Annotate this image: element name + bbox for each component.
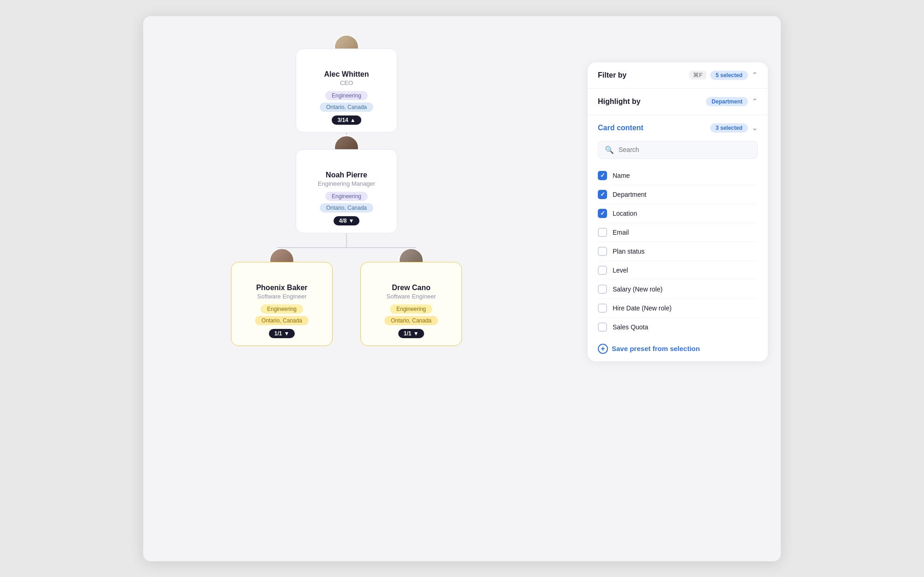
save-preset-button[interactable]: + Save preset from selection — [598, 344, 700, 354]
manager-tags: Engineering Ontario, Canada — [320, 192, 373, 213]
checkbox-name[interactable] — [598, 171, 607, 180]
phoenix-name: Phoenix Baker — [256, 284, 307, 292]
checkbox-item: Plan status — [598, 242, 758, 261]
highlight-by-meta: Department ⌃ — [706, 97, 758, 106]
checkbox-level[interactable] — [598, 266, 607, 275]
children-row: Phoenix Baker Software Engineer Engineer… — [231, 248, 462, 346]
checkbox-department[interactable] — [598, 190, 607, 199]
save-preset-label: Save preset from selection — [612, 345, 700, 352]
org-chart-area: Alec Whitten CEO Engineering Ontario, Ca… — [143, 16, 550, 561]
filter-by-row: Filter by ⌘F 5 selected ⌃ — [598, 71, 758, 80]
checkbox-item: Sales Quota — [598, 318, 758, 336]
checkbox-location[interactable] — [598, 209, 607, 218]
drew-card[interactable]: Drew Cano Software Engineer Engineering … — [360, 262, 462, 346]
org-tree: Alec Whitten CEO Engineering Ontario, Ca… — [143, 30, 550, 346]
checkbox-label-6: Salary (New role) — [613, 285, 663, 293]
manager-name: Noah Pierre — [326, 171, 367, 179]
filter-by-section: Filter by ⌘F 5 selected ⌃ — [588, 62, 768, 89]
filter-panel: Filter by ⌘F 5 selected ⌃ Highlight by D… — [588, 62, 768, 361]
card-content-selected-badge: 3 selected — [710, 123, 748, 133]
checkbox-item: Salary (New role) — [598, 280, 758, 299]
card-content-row: Card content 3 selected ⌄ — [598, 123, 758, 133]
phoenix-counter[interactable]: 1/1 ▼ — [269, 329, 295, 338]
checkbox-email[interactable] — [598, 228, 607, 237]
drew-tags: Engineering Ontario, Canada — [384, 304, 438, 325]
connector-to-children-v — [346, 233, 347, 247]
manager-card[interactable]: Noah Pierre Engineering Manager Engineer… — [296, 149, 397, 233]
phoenix-card[interactable]: Phoenix Baker Software Engineer Engineer… — [231, 262, 333, 346]
checkbox-label-1: Department — [613, 191, 646, 198]
ceo-dept-tag: Engineering — [325, 91, 368, 100]
checkbox-label-2: Location — [613, 210, 637, 217]
highlight-value-badge: Department — [706, 97, 748, 106]
drew-card-wrapper: Drew Cano Software Engineer Engineering … — [360, 262, 462, 346]
card-content-label: Card content — [598, 124, 644, 132]
ceo-tags: Engineering Ontario, Canada — [320, 91, 373, 112]
card-content-meta: 3 selected ⌄ — [710, 123, 758, 133]
manager-dept-tag: Engineering — [325, 192, 368, 201]
panel-footer: + Save preset from selection — [588, 336, 768, 361]
manager-counter[interactable]: 4/8 ▼ — [334, 216, 360, 225]
drew-title: Software Engineer — [387, 293, 436, 300]
filter-by-label: Filter by — [598, 71, 626, 79]
filter-chevron-up-icon[interactable]: ⌃ — [752, 71, 758, 79]
filter-shortcut-badge: ⌘F — [689, 71, 706, 79]
phoenix-branch: Phoenix Baker Software Engineer Engineer… — [231, 248, 333, 346]
checkbox-label-7: Hire Date (New role) — [613, 304, 672, 312]
phoenix-tags: Engineering Ontario, Canada — [255, 304, 309, 325]
phoenix-title: Software Engineer — [257, 293, 307, 300]
checkbox-salary-new-role[interactable] — [598, 285, 607, 294]
card-content-chevron-down-icon[interactable]: ⌄ — [752, 123, 758, 132]
ceo-counter[interactable]: 3/14 ▲ — [332, 115, 361, 125]
search-box: 🔍 — [598, 141, 758, 159]
checkbox-label-4: Plan status — [613, 248, 644, 255]
filter-selected-badge: 5 selected — [710, 71, 748, 80]
checkbox-item: Email — [598, 223, 758, 242]
drew-branch: Drew Cano Software Engineer Engineering … — [360, 248, 462, 346]
phoenix-loc-tag: Ontario, Canada — [255, 316, 309, 325]
manager-title: Engineering Manager — [318, 180, 375, 187]
manager-loc-tag: Ontario, Canada — [320, 203, 373, 213]
checkbox-item: Location — [598, 204, 758, 223]
highlight-by-row: Highlight by Department ⌃ — [598, 97, 758, 106]
checkbox-item: Level — [598, 261, 758, 280]
highlight-by-section: Highlight by Department ⌃ — [588, 89, 768, 115]
search-input[interactable] — [619, 146, 751, 153]
manager-card-wrapper: Noah Pierre Engineering Manager Engineer… — [296, 149, 397, 233]
checkbox-label-3: Email — [613, 229, 629, 236]
card-content-section: Card content 3 selected ⌄ — [588, 115, 768, 141]
ceo-card[interactable]: Alec Whitten CEO Engineering Ontario, Ca… — [296, 49, 397, 133]
drew-dept-tag: Engineering — [390, 304, 432, 314]
app-window: Alec Whitten CEO Engineering Ontario, Ca… — [143, 16, 781, 561]
highlight-chevron-up-icon[interactable]: ⌃ — [752, 97, 758, 106]
checkbox-item: Name — [598, 166, 758, 185]
ceo-title: CEO — [340, 79, 353, 86]
search-icon: 🔍 — [605, 146, 614, 154]
drew-loc-tag: Ontario, Canada — [384, 316, 438, 325]
checkbox-item: Department — [598, 185, 758, 204]
checkbox-sales-quota[interactable] — [598, 322, 607, 332]
checkbox-list: NameDepartmentLocationEmailPlan statusLe… — [588, 166, 768, 336]
checkbox-label-5: Level — [613, 267, 628, 274]
plus-circle-icon: + — [598, 344, 608, 354]
ceo-name: Alec Whitten — [324, 70, 369, 79]
phoenix-dept-tag: Engineering — [261, 304, 303, 314]
checkbox-plan-status[interactable] — [598, 247, 607, 256]
checkbox-label-8: Sales Quota — [613, 323, 648, 331]
drew-counter[interactable]: 1/1 ▼ — [398, 329, 425, 338]
filter-by-meta: ⌘F 5 selected ⌃ — [689, 71, 758, 80]
ceo-card-wrapper: Alec Whitten CEO Engineering Ontario, Ca… — [296, 49, 397, 133]
highlight-by-label: Highlight by — [598, 97, 640, 106]
checkbox-label-0: Name — [613, 172, 630, 179]
drew-name: Drew Cano — [392, 284, 431, 292]
ceo-loc-tag: Ontario, Canada — [320, 103, 373, 112]
phoenix-card-wrapper: Phoenix Baker Software Engineer Engineer… — [231, 262, 333, 346]
checkbox-hire-date-new-role[interactable] — [598, 304, 607, 313]
checkbox-item: Hire Date (New role) — [598, 299, 758, 318]
